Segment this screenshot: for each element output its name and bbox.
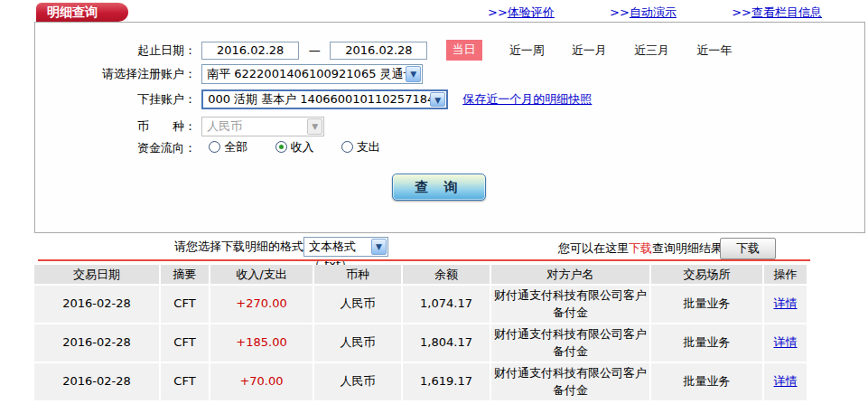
cell-venue: 批量业务: [650, 285, 763, 324]
registered-account-label: 请选择注册账户：: [35, 66, 196, 82]
radio-all-label[interactable]: 全部: [224, 140, 247, 154]
cell-amount: +270.00: [210, 285, 313, 324]
col-currency: 币种: [313, 265, 402, 285]
detail-query-page: 明细查询 >>体验评价 >>自动演示 >>查看栏目信息 起止日期： 2016.0…: [0, 0, 868, 404]
cell-counterparty: 财付通支付科技有限公司客户备付金: [490, 324, 650, 362]
cell-balance: 1,619.17: [402, 362, 490, 401]
date-range-label: 起止日期：: [35, 42, 196, 59]
tab-title: 明细查询: [47, 5, 98, 19]
date-range-row: 起止日期： 2016.02.28 — 2016.02.28 当日 近一周 近一月…: [35, 40, 864, 61]
end-date-input[interactable]: 2016.02.28: [330, 42, 427, 60]
col-action: 操作: [763, 265, 807, 285]
link-auto-demo[interactable]: >>自动演示: [610, 5, 677, 21]
cell-amount: +185.00: [210, 324, 313, 362]
col-balance: 余额: [402, 265, 490, 285]
col-date: 交易日期: [34, 265, 160, 285]
radio-expense-label[interactable]: 支出: [357, 140, 380, 154]
start-date-input[interactable]: 2016.02.28: [201, 42, 299, 60]
save-snapshot-link[interactable]: 保存近一个月的明细快照: [462, 92, 592, 106]
currency-row: 币 种： 人民币 ▼: [35, 117, 864, 136]
cell-currency: 人民币: [313, 285, 402, 324]
chevron-down-icon: ▼: [307, 118, 322, 135]
cell-counterparty: 财付通支付科技有限公司客户备付金: [490, 285, 650, 324]
registered-account-select[interactable]: 南平 6222001406100921065 灵通卡 ▼: [201, 64, 423, 84]
sub-account-select[interactable]: 000 活期 基本户 1406600101102571848 ▼: [201, 89, 448, 109]
registered-account-row: 请选择注册账户： 南平 6222001406100921065 灵通卡 ▼: [35, 64, 864, 84]
table-row: 2016-02-28 CFT +270.00 人民币 1,074.17 财付通支…: [34, 285, 807, 324]
sub-account-value: 000 活期 基本户 1406600101102571848: [208, 92, 442, 106]
col-summary: 摘要: [160, 265, 210, 285]
cell-venue: 批量业务: [650, 362, 763, 401]
table-row: 2016-02-28 CFT +70.00 人民币 1,619.17 财付通支付…: [34, 362, 807, 401]
cell-currency: 人民币: [313, 324, 402, 362]
cell-balance: 1,804.17: [402, 324, 490, 362]
cell-counterparty: 财付通支付科技有限公司客户备付金: [490, 362, 650, 401]
table-header-row: 交易日期 摘要 收入/支出 币种 余额 对方户名 交易场所 操作: [34, 265, 807, 285]
quick-range-month[interactable]: 近一月: [572, 42, 607, 59]
results-table: 交易日期 摘要 收入/支出 币种 余额 对方户名 交易场所 操作 2016-02…: [34, 265, 807, 402]
cell-date: 2016-02-28: [34, 362, 160, 401]
currency-value: 人民币: [207, 119, 242, 133]
sub-account-label: 下挂账户：: [35, 91, 196, 108]
chevron-down-icon[interactable]: ▼: [430, 92, 445, 107]
top-links: >>体验评价 >>自动演示 >>查看栏目信息: [488, 5, 822, 21]
col-venue: 交易场所: [650, 265, 763, 285]
query-form-panel: 起止日期： 2016.02.28 — 2016.02.28 当日 近一周 近一月…: [34, 22, 865, 233]
detail-link[interactable]: 详情: [774, 374, 798, 388]
download-button[interactable]: 下载: [720, 238, 776, 259]
currency-select-disabled: 人民币 ▼: [201, 117, 324, 136]
quick-range-quarter[interactable]: 近三月: [634, 42, 669, 59]
cell-summary: CFT: [160, 285, 210, 324]
detail-link[interactable]: 详情: [774, 296, 798, 310]
cell-date: 2016-02-28: [34, 285, 160, 324]
currency-label: 币 种：: [35, 118, 196, 135]
red-divider: [38, 259, 810, 261]
download-format-row: 请您选择下载明细的格式 文本格式（.txt） ▼: [174, 237, 388, 257]
cell-date: 2016-02-28: [34, 324, 160, 362]
fund-flow-label: 资金流向：: [35, 140, 196, 156]
cell-summary: CFT: [160, 362, 210, 401]
table-row: 2016-02-28 CFT +185.00 人民币 1,804.17 财付通支…: [34, 324, 807, 362]
cell-currency: 人民币: [313, 362, 402, 401]
link-experience-review[interactable]: >>体验评价: [488, 5, 555, 21]
quick-range-week[interactable]: 近一周: [509, 42, 545, 59]
download-hint-highlight: 下载: [629, 241, 652, 255]
chevron-down-icon[interactable]: ▼: [371, 239, 387, 255]
col-amount: 收入/支出: [210, 265, 313, 285]
download-format-label: 请您选择下载明细的格式: [174, 240, 303, 253]
date-range-separator: —: [303, 43, 326, 57]
sub-account-row: 下挂账户： 000 活期 基本户 1406600101102571848 ▼ 保…: [35, 89, 864, 109]
cell-amount: +70.00: [210, 362, 313, 401]
chevron-down-icon[interactable]: ▼: [406, 66, 421, 82]
radio-expense[interactable]: [341, 141, 353, 153]
registered-account-value: 南平 6222001406100921065 灵通卡: [207, 67, 415, 80]
fund-flow-row: 资金流向： 全部 收入 支出: [35, 139, 864, 156]
quick-range-year[interactable]: 近一年: [696, 42, 732, 59]
quick-range-today-button[interactable]: 当日: [446, 40, 482, 61]
query-button[interactable]: 查 询: [392, 174, 486, 201]
radio-income-label[interactable]: 收入: [291, 140, 314, 154]
cell-balance: 1,074.17: [402, 285, 490, 324]
download-format-select[interactable]: 文本格式（.txt） ▼: [303, 237, 388, 257]
cell-summary: CFT: [160, 324, 210, 362]
col-counterparty: 对方户名: [490, 265, 650, 285]
download-hint: 您可以在这里下载查询明细结果: [558, 240, 723, 257]
tab-detail-query[interactable]: 明细查询: [36, 3, 107, 22]
link-view-column-info[interactable]: >>查看栏目信息: [732, 5, 822, 21]
cell-venue: 批量业务: [650, 324, 763, 362]
radio-income[interactable]: [275, 141, 287, 153]
detail-link[interactable]: 详情: [774, 335, 798, 349]
radio-all[interactable]: [209, 141, 220, 153]
